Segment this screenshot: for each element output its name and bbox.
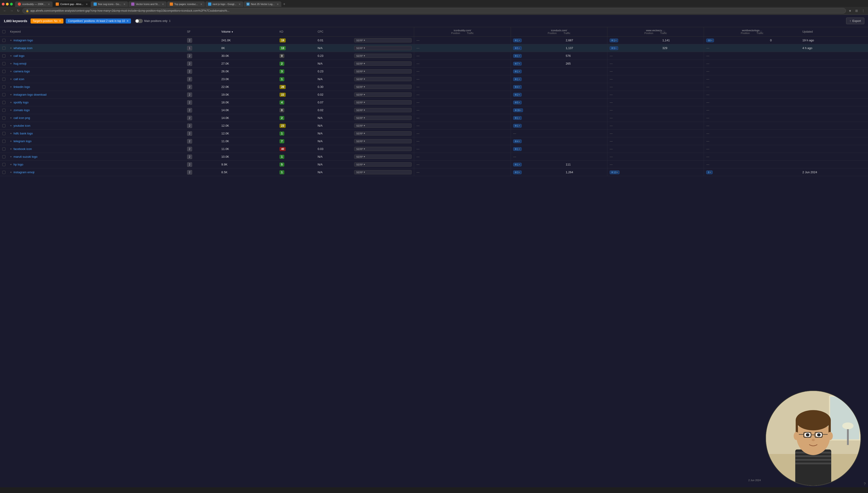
row-checkbox[interactable] (2, 155, 5, 158)
row-keyword-link[interactable]: zomato logo (14, 108, 30, 112)
row-checkbox[interactable] (2, 62, 5, 65)
row-keyword-link[interactable]: whatsapp icon (14, 46, 32, 50)
minimize-dot[interactable] (6, 3, 9, 5)
row-add-button[interactable]: + (10, 78, 12, 81)
row-keyword-link[interactable]: instagram logo (14, 39, 33, 42)
new-tab-button[interactable]: + (283, 2, 285, 6)
row-checkbox[interactable] (2, 147, 5, 151)
row-keyword-link[interactable]: maruti suzuki logo (14, 155, 38, 158)
row-add-button[interactable]: + (10, 147, 12, 151)
row-keyword-link[interactable]: instagram logo download (14, 93, 47, 96)
row-keyword-link[interactable]: camera logo (14, 70, 30, 73)
select-all-checkbox[interactable] (2, 30, 5, 33)
row-add-button[interactable]: + (10, 70, 12, 73)
row-add-button[interactable]: + (10, 39, 12, 42)
row-checkbox[interactable] (2, 109, 5, 112)
tab-close-content-gap[interactable]: ✕ (86, 3, 88, 5)
tab-close-next-js-logo[interactable]: ✕ (239, 3, 241, 5)
row-keyword-link[interactable]: call icon png (14, 116, 30, 120)
row-keyword-link[interactable]: facebook icon (14, 147, 32, 151)
maximize-dot[interactable] (10, 3, 13, 5)
export-button[interactable]: ↑ Export (846, 18, 864, 24)
extensions-icon[interactable]: ⊞ (855, 9, 858, 13)
refresh-button[interactable]: ↻ (16, 8, 21, 13)
tab-next-js-vector[interactable]: W Next JS Vector Log... ✕ (244, 1, 281, 7)
row-checkbox[interactable] (2, 70, 5, 73)
row-checkbox[interactable] (2, 93, 5, 96)
row-serp-button[interactable]: SERP ▾ (354, 162, 412, 167)
row-checkbox[interactable] (2, 171, 5, 174)
row-serp-button[interactable]: SERP ▾ (354, 69, 412, 73)
tab-close-svg-icons[interactable]: ✕ (124, 3, 125, 5)
tab-close-vector-icons[interactable]: ✕ (162, 3, 164, 5)
row-checkbox[interactable] (2, 47, 5, 50)
menu-icon[interactable]: ⋮ (862, 9, 865, 13)
row-add-button[interactable]: + (10, 155, 12, 158)
filter-remove-target[interactable]: ✕ (59, 19, 61, 23)
row-serp-button[interactable]: SERP ▾ (354, 92, 412, 97)
row-checkbox[interactable] (2, 132, 5, 135)
bookmark-icon[interactable]: ★ (849, 9, 851, 13)
close-dot[interactable] (2, 3, 4, 5)
row-add-button[interactable]: + (10, 108, 12, 112)
row-serp-button[interactable]: SERP ▾ (354, 154, 412, 159)
row-keyword-link[interactable]: linkedin logo (14, 85, 30, 89)
row-add-button[interactable]: + (10, 101, 12, 104)
tab-close-next-js-vector[interactable]: ✕ (277, 3, 279, 5)
row-serp-button[interactable]: SERP ▾ (354, 147, 412, 151)
tab-next-js-logo[interactable]: next js logo - Googl... ✕ (205, 1, 243, 7)
row-checkbox[interactable] (2, 124, 5, 127)
row-keyword-link[interactable]: instagram emoji (14, 171, 35, 174)
row-add-button[interactable]: + (10, 140, 12, 143)
help-icon[interactable]: ? (864, 482, 866, 486)
row-checkbox[interactable] (2, 39, 5, 42)
row-serp-button[interactable]: SERP ▾ (354, 46, 412, 50)
header-volume[interactable]: Volume ▼ (219, 27, 277, 37)
row-serp-button[interactable]: SERP ▾ (354, 139, 412, 143)
row-checkbox[interactable] (2, 101, 5, 104)
row-add-button[interactable]: + (10, 54, 12, 58)
row-add-button[interactable]: + (10, 62, 12, 65)
row-keyword-link[interactable]: spotify logo (14, 101, 28, 104)
row-serp-button[interactable]: SERP ▾ (354, 53, 412, 58)
row-checkbox[interactable] (2, 116, 5, 120)
row-serp-button[interactable]: SERP ▾ (354, 38, 412, 42)
row-checkbox[interactable] (2, 54, 5, 58)
url-box[interactable]: 🔒 app.ahrefs.com/competitive-analysis/co… (22, 8, 846, 14)
tab-close-iconbuddy[interactable]: ✕ (48, 3, 50, 5)
row-checkbox[interactable] (2, 163, 5, 166)
row-add-button[interactable]: + (10, 116, 12, 120)
row-checkbox[interactable] (2, 140, 5, 143)
main-positions-toggle[interactable] (135, 19, 143, 23)
row-serp-button[interactable]: SERP ▾ (354, 61, 412, 66)
row-keyword-link[interactable]: call logo (14, 54, 24, 58)
row-keyword-link[interactable]: hug emoji (14, 62, 26, 65)
forward-button[interactable]: → (9, 8, 14, 13)
row-keyword-link[interactable]: telegram logo (14, 140, 31, 143)
row-keyword-link[interactable]: hdfc bank logo (14, 132, 33, 135)
row-add-button[interactable]: + (10, 124, 12, 127)
row-add-button[interactable]: + (10, 85, 12, 89)
row-serp-button[interactable]: SERP ▾ (354, 100, 412, 105)
row-add-button[interactable]: + (10, 163, 12, 166)
filter-remove-competitors[interactable]: ✕ (127, 19, 129, 23)
row-serp-button[interactable]: SERP ▾ (354, 170, 412, 174)
tab-vector-icons[interactable]: Vector Icons and St... ✕ (129, 1, 166, 7)
toggle-info-icon[interactable]: ℹ (169, 19, 171, 23)
tab-close-top-pages[interactable]: ✕ (200, 3, 202, 5)
row-checkbox[interactable] (2, 78, 5, 81)
back-button[interactable]: ← (2, 8, 7, 13)
row-serp-button[interactable]: SERP ▾ (354, 124, 412, 128)
row-serp-button[interactable]: SERP ▾ (354, 116, 412, 120)
row-serp-button[interactable]: SERP ▾ (354, 108, 412, 112)
row-keyword-link[interactable]: youtube icon (14, 124, 30, 127)
row-checkbox[interactable] (2, 85, 5, 89)
tab-iconbuddy[interactable]: iconbuddy — 200K... ✕ (15, 1, 52, 7)
tab-content-gap[interactable]: Content gap - Ahre... ✕ (53, 1, 90, 7)
tab-svg-icons[interactable]: free svg icons - Go... ✕ (91, 1, 128, 7)
row-keyword-link[interactable]: call icon (14, 78, 24, 81)
tab-top-pages[interactable]: Top pages: iconduc... ✕ (167, 1, 205, 7)
row-serp-button[interactable]: SERP ▾ (354, 77, 412, 81)
row-add-button[interactable]: + (10, 46, 12, 50)
row-serp-button[interactable]: SERP ▾ (354, 131, 412, 135)
